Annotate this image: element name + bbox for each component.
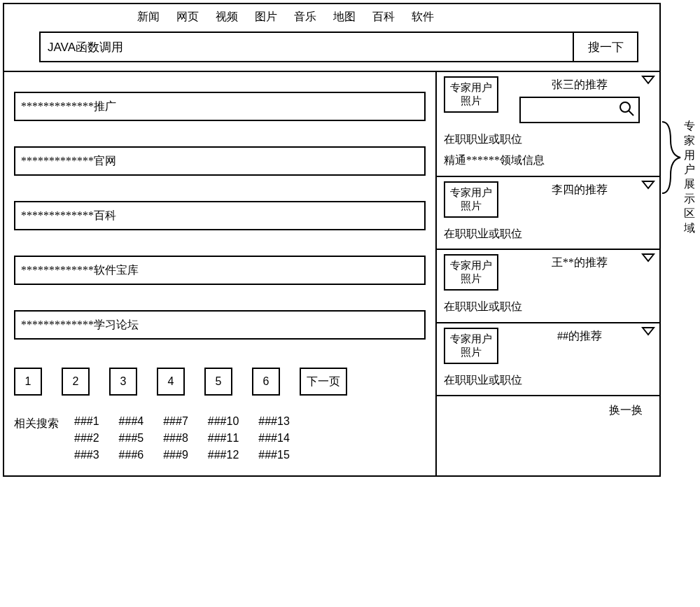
related-column: ###13###14###15 <box>258 415 290 461</box>
svg-marker-4 <box>643 254 654 261</box>
related-column: ###4###5###6 <box>119 415 144 461</box>
expert-info: 在职职业或职位 <box>444 296 654 317</box>
category-tab[interactable]: 网页 <box>176 10 199 25</box>
refresh-button[interactable]: 换一换 <box>437 395 659 425</box>
expert-photo-placeholder: 专家用户照片 <box>444 181 498 218</box>
content-body: *************推广*************官网**********… <box>4 72 659 475</box>
svg-marker-0 <box>643 76 654 83</box>
page-number[interactable]: 3 <box>109 368 137 396</box>
related-item[interactable]: ###8 <box>163 432 188 445</box>
search-icon[interactable] <box>617 99 636 120</box>
search-input[interactable]: JAVA函数调用 <box>39 32 574 62</box>
search-button[interactable]: 搜一下 <box>574 32 638 62</box>
svg-line-2 <box>629 111 634 116</box>
next-page-button[interactable]: 下一页 <box>300 368 347 396</box>
page-number[interactable]: 2 <box>62 368 90 396</box>
search-result[interactable]: *************学习论坛 <box>14 310 426 340</box>
related-item[interactable]: ###7 <box>163 415 188 428</box>
expert-info: 在职职业或职位 <box>444 223 654 244</box>
related-label: 相关搜索 <box>14 415 59 431</box>
svg-marker-5 <box>643 328 654 335</box>
category-tab[interactable]: 视频 <box>216 10 238 25</box>
search-result[interactable]: *************软件宝库 <box>14 256 426 285</box>
related-searches: 相关搜索 ###1###2###3###4###5###6###7###8###… <box>14 415 426 461</box>
related-item[interactable]: ###9 <box>163 449 188 461</box>
results-column: *************推广*************官网**********… <box>4 72 435 475</box>
expert-search-input[interactable] <box>519 97 640 123</box>
expert-panel: 专家用户照片张三的推荐在职职业或职位精通******领域信息专家用户照片李四的推… <box>435 72 659 475</box>
expert-card: 专家用户照片李四的推荐在职职业或职位 <box>437 176 659 249</box>
related-item[interactable]: ###14 <box>258 432 290 445</box>
page-number[interactable]: 5 <box>204 368 232 396</box>
category-tabs: 新闻网页视频图片音乐地图百科软件 <box>137 10 652 25</box>
category-tab[interactable]: 软件 <box>412 10 434 25</box>
related-item[interactable]: ###10 <box>208 415 239 428</box>
expert-card: 专家用户照片张三的推荐在职职业或职位精通******领域信息 <box>437 72 659 176</box>
page-number[interactable]: 6 <box>252 368 280 396</box>
expert-area-label: 专家用户展示区域 <box>683 119 696 235</box>
search-result[interactable]: *************百科 <box>14 201 426 230</box>
search-header: 新闻网页视频图片音乐地图百科软件 JAVA函数调用 搜一下 <box>4 4 659 72</box>
expert-photo-placeholder: 专家用户照片 <box>444 76 498 113</box>
related-item[interactable]: ###11 <box>208 432 239 445</box>
page-number[interactable]: 4 <box>157 368 185 396</box>
expand-toggle-icon[interactable] <box>641 253 655 265</box>
related-column: ###1###2###3 <box>74 415 99 461</box>
expand-toggle-icon[interactable] <box>641 180 655 193</box>
category-tab[interactable]: 新闻 <box>137 10 160 25</box>
expert-info: 在职职业或职位精通******领域信息 <box>444 129 654 172</box>
app-frame: 新闻网页视频图片音乐地图百科软件 JAVA函数调用 搜一下 **********… <box>3 3 661 477</box>
search-row: JAVA函数调用 搜一下 <box>39 32 638 62</box>
related-item[interactable]: ###13 <box>258 415 290 428</box>
expert-title: 张三的推荐 <box>552 78 608 92</box>
related-item[interactable]: ###1 <box>74 415 99 428</box>
category-tab[interactable]: 百科 <box>372 10 395 25</box>
expert-title: ##的推荐 <box>557 329 602 344</box>
callout-brace <box>661 119 682 196</box>
related-item[interactable]: ###3 <box>74 449 99 461</box>
search-result[interactable]: *************官网 <box>14 146 426 176</box>
category-tab[interactable]: 图片 <box>255 10 277 25</box>
search-result[interactable]: *************推广 <box>14 92 426 121</box>
pagination: 123456下一页 <box>14 368 426 396</box>
related-item[interactable]: ###2 <box>74 432 99 445</box>
expert-photo-placeholder: 专家用户照片 <box>444 254 498 291</box>
related-item[interactable]: ###12 <box>208 449 239 461</box>
expert-title: 李四的推荐 <box>552 183 608 197</box>
expert-info: 在职职业或职位 <box>444 370 654 391</box>
related-item[interactable]: ###6 <box>119 449 144 461</box>
related-item[interactable]: ###4 <box>119 415 144 428</box>
svg-marker-3 <box>643 181 654 188</box>
category-tab[interactable]: 音乐 <box>294 10 316 25</box>
related-item[interactable]: ###15 <box>258 449 290 461</box>
svg-point-1 <box>620 102 630 112</box>
expert-card: 专家用户照片##的推荐在职职业或职位 <box>437 322 659 395</box>
related-column: ###7###8###9 <box>163 415 188 461</box>
expert-title: 王**的推荐 <box>552 256 608 270</box>
related-item[interactable]: ###5 <box>119 432 144 445</box>
related-column: ###10###11###12 <box>208 415 239 461</box>
expand-toggle-icon[interactable] <box>641 326 655 339</box>
expert-photo-placeholder: 专家用户照片 <box>444 328 498 364</box>
expand-toggle-icon[interactable] <box>641 75 655 88</box>
page-number[interactable]: 1 <box>14 368 42 396</box>
category-tab[interactable]: 地图 <box>333 10 356 25</box>
expert-card: 专家用户照片王**的推荐在职职业或职位 <box>437 249 659 321</box>
